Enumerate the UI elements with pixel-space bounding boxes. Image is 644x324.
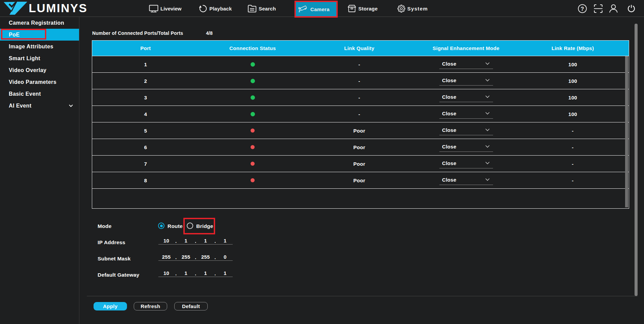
svg-text:?: ? — [581, 6, 584, 11]
